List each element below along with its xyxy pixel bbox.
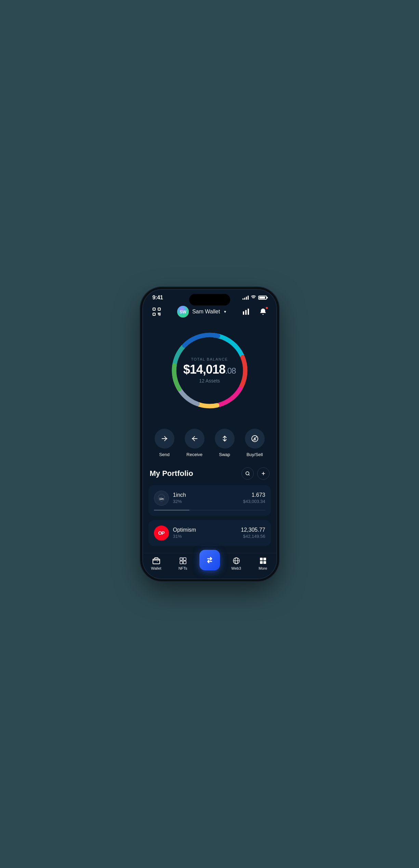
asset-card-1inch[interactable]: 1in 1inch 32% 1.673 $43,003.34 [148, 485, 271, 516]
action-buttons: Send Receive Swap [143, 422, 276, 467]
asset-value-1inch: $43,003.34 [243, 499, 265, 504]
nav-more[interactable]: More [250, 557, 276, 570]
notification-badge [265, 306, 269, 310]
scan-button[interactable] [150, 305, 163, 319]
buy-sell-label: Buy/Sell [247, 452, 263, 457]
svg-rect-14 [245, 310, 247, 315]
asset-amount-optimism: 12,305.77 [241, 527, 265, 533]
send-label: Send [159, 452, 169, 457]
asset-right-optimism: 12,305.77 $42,149.56 [241, 527, 265, 539]
svg-rect-13 [243, 311, 244, 315]
asset-name-optimism: Optimism [173, 527, 196, 533]
balance-label: TOTAL BALANCE [183, 357, 236, 361]
swap-label: Swap [219, 452, 230, 457]
wallet-selector[interactable]: SW Sam Wallet ▾ [177, 306, 226, 318]
wallet-icon [152, 557, 160, 565]
receive-icon [191, 435, 198, 442]
portfolio-header: My Portfolio [148, 467, 271, 480]
send-button[interactable]: Send [154, 429, 175, 457]
nav-fab-button[interactable] [196, 557, 223, 570]
swap-icon [221, 435, 228, 442]
receive-button-circle [185, 429, 205, 449]
asset-info-optimism: Optimism 31% [173, 527, 196, 539]
balance-assets-count: 12 Assets [183, 378, 236, 384]
asset-info-1inch: 1inch 32% [173, 492, 186, 504]
swap-button-circle [215, 429, 235, 449]
svg-rect-38 [263, 558, 266, 560]
search-icon [245, 471, 250, 476]
portfolio-title: My Portfolio [150, 469, 193, 478]
svg-rect-40 [263, 561, 266, 564]
notification-button[interactable] [257, 306, 269, 318]
chevron-down-icon: ▾ [224, 309, 226, 314]
bottom-navigation: Wallet NFTs [143, 553, 276, 579]
svg-rect-32 [183, 558, 186, 560]
swap-button[interactable]: Swap [214, 429, 236, 457]
asset-icon-1inch: 1in [154, 491, 169, 506]
balance-section: TOTAL BALANCE $14,018.08 12 Assets [143, 323, 276, 422]
svg-text:SW: SW [180, 310, 186, 314]
nav-nfts[interactable]: NFTs [170, 557, 196, 570]
asset-row-1inch: 1in 1inch 32% 1.673 $43,003.34 [154, 491, 265, 506]
buy-sell-icon: $ [251, 435, 259, 443]
asset-right-1inch: 1.673 $43,003.34 [243, 492, 265, 504]
send-button-circle [155, 429, 174, 449]
web3-icon [232, 557, 240, 565]
add-asset-button[interactable] [257, 467, 270, 480]
buy-sell-button[interactable]: $ Buy/Sell [244, 429, 266, 457]
main-content: TOTAL BALANCE $14,018.08 12 Assets [143, 323, 276, 553]
analytics-button[interactable] [240, 306, 252, 318]
svg-text:1in: 1in [159, 497, 163, 501]
signal-bar-2 [244, 298, 245, 300]
asset-row-optimism: OP Optimism 31% 12,305.77 $42,149.56 [154, 526, 265, 541]
asset-value-optimism: $42,149.56 [241, 534, 265, 539]
asset-left-optimism: OP Optimism 31% [154, 526, 196, 541]
asset-percent-optimism: 31% [173, 534, 196, 539]
battery-fill [259, 297, 265, 299]
svg-rect-34 [183, 561, 186, 564]
signal-bar-1 [243, 298, 244, 300]
nfts-icon [179, 557, 187, 565]
add-icon [261, 471, 266, 476]
nav-wallet[interactable]: Wallet [143, 557, 170, 570]
scan-icon [152, 307, 161, 316]
nav-nfts-label: NFTs [179, 566, 187, 570]
svg-point-27 [246, 471, 249, 475]
asset-card-optimism[interactable]: OP Optimism 31% 12,305.77 $42,149.56 [148, 520, 271, 546]
1inch-logo-svg: 1in [156, 493, 167, 503]
asset-left-1inch: 1in 1inch 32% [154, 491, 186, 506]
donut-chart: TOTAL BALANCE $14,018.08 12 Assets [165, 326, 254, 415]
nav-fab-circle [199, 550, 220, 570]
status-time: 9:41 [153, 295, 163, 301]
asset-amount-1inch: 1.673 [243, 492, 265, 498]
asset-progress-bar-1inch [154, 510, 189, 510]
signal-bar-4 [248, 296, 249, 300]
svg-rect-39 [260, 561, 263, 564]
portfolio-section: My Portfolio [143, 467, 276, 553]
dynamic-island [189, 294, 230, 306]
phone-screen: 9:41 [143, 290, 276, 579]
search-button[interactable] [241, 467, 254, 480]
balance-whole: $14,018 [183, 362, 225, 376]
nav-web3-label: Web3 [231, 566, 241, 570]
nav-web3[interactable]: Web3 [223, 557, 250, 570]
more-icon [259, 557, 267, 565]
signal-bar-3 [246, 297, 247, 300]
signal-bars-icon [243, 296, 249, 300]
nav-more-label: More [259, 566, 267, 570]
header-right-actions [240, 306, 269, 318]
buy-sell-circle: $ [245, 429, 265, 449]
balance-display: TOTAL BALANCE $14,018.08 12 Assets [183, 357, 236, 384]
svg-rect-15 [248, 309, 249, 315]
receive-button[interactable]: Receive [184, 429, 206, 457]
svg-rect-33 [180, 561, 183, 564]
svg-rect-4 [159, 309, 159, 309]
app-header: SW Sam Wallet ▾ [143, 303, 276, 323]
op-text: OP [158, 530, 164, 536]
battery-icon [258, 296, 267, 300]
send-icon [161, 435, 168, 442]
wallet-name: Sam Wallet [192, 309, 220, 315]
avatar: SW [177, 306, 189, 318]
portfolio-actions [241, 467, 270, 480]
avatar-image: SW [177, 306, 189, 318]
